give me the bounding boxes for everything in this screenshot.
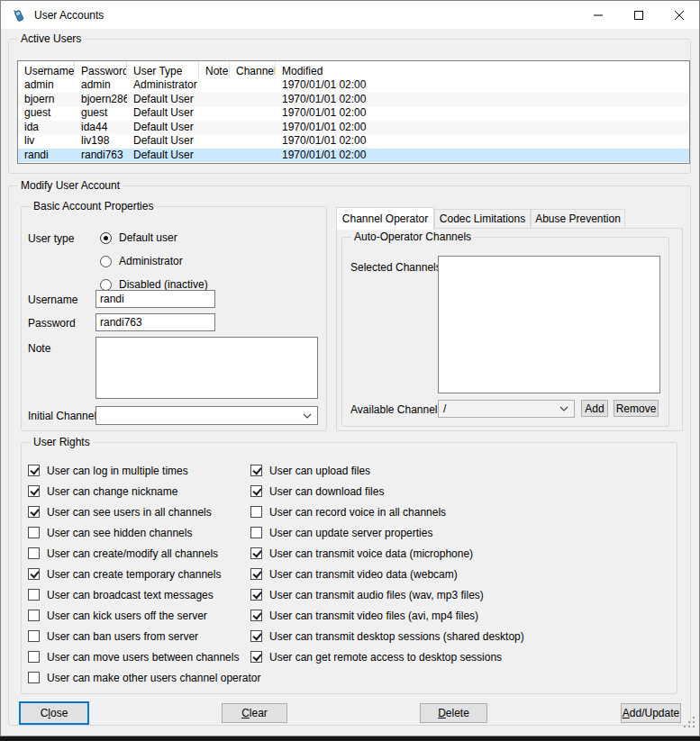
user-row-guest[interactable]: guestguestDefault User1970/01/01 02:00 bbox=[18, 106, 689, 121]
remove-button[interactable]: Remove bbox=[614, 400, 659, 417]
active-users-table[interactable]: UsernamePasswordUser TypeNoteChannelModi… bbox=[17, 60, 690, 164]
checkbox-user-can-transmit-video-data-webcam[interactable]: User can transmit video data (webcam) bbox=[250, 564, 524, 584]
selected-channels-label: Selected Channels bbox=[350, 261, 441, 274]
selected-channels-listbox[interactable] bbox=[438, 256, 660, 393]
cell-modified: 1970/01/01 02:00 bbox=[276, 106, 689, 121]
checked-checkbox-icon[interactable] bbox=[28, 506, 40, 518]
clear-button[interactable]: Clear bbox=[222, 703, 287, 723]
unchecked-checkbox-icon[interactable] bbox=[28, 630, 40, 642]
checked-checkbox-icon[interactable] bbox=[250, 610, 262, 621]
checkbox-user-can-see-hidden-channels[interactable]: User can see hidden channels bbox=[28, 522, 260, 543]
tab-channel-operator[interactable]: Channel Operator bbox=[336, 207, 434, 230]
initial-channel-combobox[interactable] bbox=[95, 406, 318, 425]
checkbox-label: User can see hidden channels bbox=[47, 527, 192, 539]
user-row-liv[interactable]: livliv198Default User1970/01/01 02:00 bbox=[18, 134, 689, 149]
checkbox-user-can-upload-files[interactable]: User can upload files bbox=[250, 460, 524, 481]
close-window-button[interactable] bbox=[659, 1, 699, 29]
radio-icon[interactable] bbox=[100, 279, 112, 291]
checkbox-user-can-move-users-between-channels[interactable]: User can move users between channels bbox=[28, 646, 260, 667]
checkbox-user-can-update-server-properties[interactable]: User can update server properties bbox=[250, 522, 524, 543]
delete-button[interactable]: Delete bbox=[420, 703, 487, 723]
checkbox-user-can-change-nickname[interactable]: User can change nickname bbox=[28, 481, 260, 502]
cell-channel bbox=[230, 106, 276, 121]
available-channels-combobox[interactable]: / bbox=[438, 400, 575, 418]
available-channels-label: Available Channels bbox=[350, 403, 443, 416]
note-field[interactable] bbox=[95, 337, 318, 399]
checkbox-user-can-create-modify-all-channels[interactable]: User can create/modify all channels bbox=[28, 543, 260, 564]
unchecked-checkbox-icon[interactable] bbox=[28, 589, 40, 601]
checkbox-user-can-ban-users-from-server[interactable]: User can ban users from server bbox=[28, 626, 260, 646]
cell-user-type: Default User bbox=[127, 121, 199, 135]
column-header-note[interactable]: Note bbox=[199, 61, 230, 78]
checkbox-user-can-record-voice-in-all-channels[interactable]: User can record voice in all channels bbox=[250, 502, 524, 522]
column-header-username[interactable]: Username bbox=[18, 61, 75, 78]
resize-grip[interactable] bbox=[684, 716, 695, 732]
checked-checkbox-icon[interactable] bbox=[250, 589, 262, 601]
unchecked-checkbox-icon[interactable] bbox=[250, 527, 262, 538]
close-button[interactable]: Close bbox=[19, 701, 89, 725]
checkbox-user-can-transmit-audio-files-wav-mp3-files[interactable]: User can transmit audio files (wav, mp3 … bbox=[250, 584, 524, 605]
unchecked-checkbox-icon[interactable] bbox=[28, 527, 40, 538]
user-row-ida[interactable]: idaida44Default User1970/01/01 02:00 bbox=[18, 121, 689, 135]
checked-checkbox-icon[interactable] bbox=[28, 465, 40, 476]
checked-checkbox-icon[interactable] bbox=[250, 485, 262, 497]
user-row-admin[interactable]: adminadminAdministrator1970/01/01 02:00 bbox=[18, 78, 689, 93]
column-header-channel[interactable]: Channel bbox=[230, 61, 276, 78]
modify-user-account-group-label: Modify User Account bbox=[18, 179, 123, 192]
checkbox-label: User can transmit voice data (microphone… bbox=[269, 547, 473, 560]
cell-username: admin bbox=[18, 78, 75, 93]
column-header-user-type[interactable]: User Type bbox=[127, 61, 199, 78]
minimize-button[interactable] bbox=[577, 1, 618, 29]
add-button[interactable]: Add bbox=[581, 400, 608, 417]
checkbox-user-can-make-other-users-channel-operator[interactable]: User can make other users channel operat… bbox=[28, 667, 260, 688]
radio-label: Administrator bbox=[119, 255, 183, 267]
unchecked-checkbox-icon[interactable] bbox=[28, 610, 40, 621]
username-field[interactable] bbox=[95, 290, 215, 308]
user-row-bjoern[interactable]: bjoernbjoern286Default User1970/01/01 02… bbox=[18, 93, 689, 107]
unchecked-checkbox-icon[interactable] bbox=[28, 651, 40, 663]
unchecked-checkbox-icon[interactable] bbox=[28, 672, 40, 683]
checkbox-user-can-transmit-desktop-sessions-shared-desktop[interactable]: User can transmit desktop sessions (shar… bbox=[250, 626, 524, 646]
cell-user-type: Default User bbox=[127, 149, 199, 163]
radio-icon[interactable] bbox=[100, 256, 112, 267]
tab-codec-limitations[interactable]: Codec Limitations bbox=[434, 209, 531, 229]
checked-checkbox-icon[interactable] bbox=[250, 568, 262, 580]
cell-password: liv198 bbox=[75, 134, 127, 149]
checked-checkbox-icon[interactable] bbox=[250, 630, 262, 642]
checkbox-user-can-transmit-voice-data-microphone[interactable]: User can transmit voice data (microphone… bbox=[250, 543, 524, 564]
checkbox-user-can-download-files[interactable]: User can download files bbox=[250, 481, 524, 502]
unchecked-checkbox-icon[interactable] bbox=[250, 506, 262, 518]
user-rights-group-label: User Rights bbox=[31, 436, 93, 448]
checkbox-label: User can download files bbox=[269, 485, 384, 498]
checked-checkbox-icon[interactable] bbox=[250, 547, 262, 559]
checkbox-user-can-broadcast-text-messages[interactable]: User can broadcast text messages bbox=[28, 584, 260, 605]
checked-checkbox-icon[interactable] bbox=[28, 485, 40, 497]
checked-checkbox-icon[interactable] bbox=[250, 465, 262, 476]
user-row-randi[interactable]: randirandi763Default User1970/01/01 02:0… bbox=[18, 149, 689, 163]
checked-checkbox-icon[interactable] bbox=[250, 651, 262, 663]
cell-note bbox=[199, 93, 230, 107]
radio-default-user[interactable]: Default user bbox=[100, 226, 208, 249]
add-update-button[interactable]: Add/Update bbox=[621, 703, 681, 723]
tab-abuse-prevention[interactable]: Abuse Prevention bbox=[531, 209, 625, 229]
checkbox-user-can-log-in-multiple-times[interactable]: User can log in multiple times bbox=[28, 460, 260, 481]
password-field[interactable] bbox=[95, 313, 215, 331]
checkbox-user-can-transmit-video-files-avi-mp4-files[interactable]: User can transmit video files (avi, mp4 … bbox=[250, 605, 524, 626]
checkbox-user-can-see-users-in-all-channels[interactable]: User can see users in all channels bbox=[28, 502, 260, 522]
unchecked-checkbox-icon[interactable] bbox=[28, 547, 40, 559]
radio-administrator[interactable]: Administrator bbox=[100, 249, 208, 273]
radio-icon[interactable] bbox=[100, 232, 112, 244]
checkbox-label: User can make other users channel operat… bbox=[47, 672, 260, 684]
checkbox-label: User can transmit video data (webcam) bbox=[269, 568, 458, 581]
cell-username: randi bbox=[18, 149, 75, 163]
maximize-button[interactable] bbox=[618, 1, 659, 29]
column-header-password[interactable]: Password bbox=[75, 61, 127, 78]
username-label: Username bbox=[28, 294, 77, 306]
checked-checkbox-icon[interactable] bbox=[28, 568, 40, 580]
note-label: Note bbox=[28, 342, 50, 355]
checkbox-user-can-kick-users-off-the-server[interactable]: User can kick users off the server bbox=[28, 605, 260, 626]
checkbox-user-can-create-temporary-channels[interactable]: User can create temporary channels bbox=[28, 564, 260, 584]
checkbox-user-can-get-remote-access-to-desktop-sessions[interactable]: User can get remote access to desktop se… bbox=[250, 646, 524, 667]
cell-password: ida44 bbox=[75, 121, 127, 135]
column-header-modified[interactable]: Modified bbox=[276, 61, 689, 78]
